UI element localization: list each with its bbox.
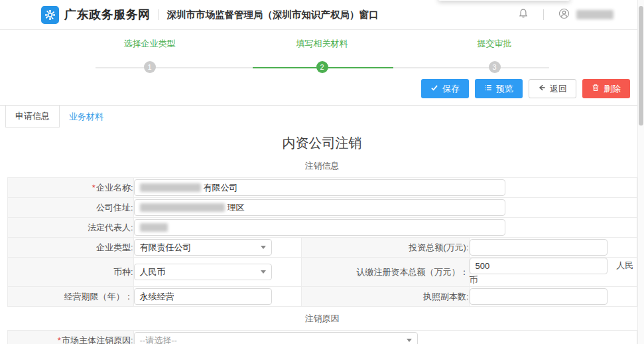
back-arrow-icon — [538, 84, 546, 94]
company-address-input[interactable]: 理区 — [134, 199, 505, 216]
select-caret-icon — [407, 339, 412, 342]
step-fill-materials: 填写相关材料 2 — [263, 38, 382, 72]
field-label: 认缴注册资本总额（万元）： — [301, 258, 469, 287]
user-avatar-icon[interactable] — [558, 8, 570, 22]
step-number-badge: 1 — [144, 61, 156, 73]
save-button[interactable]: 保存 — [421, 79, 469, 98]
business-term-input[interactable]: 永续经营 — [134, 288, 272, 305]
top-shadow — [438, 0, 570, 1]
field-label: 执照副本数: — [301, 287, 469, 307]
section-title-cancellation-reason: 注销原因 — [0, 313, 644, 325]
page-title: 内资公司注销 — [0, 134, 644, 152]
step-label: 填写相关材料 — [263, 38, 382, 50]
tab-bar: 申请信息 业务材料 — [0, 105, 644, 128]
check-icon — [430, 84, 438, 94]
gdzwfw-logo-icon — [41, 6, 59, 24]
registered-capital-input[interactable]: 500 — [470, 258, 608, 274]
field-label: 公司住址: — [7, 198, 133, 218]
step-submit-approval: 提交审批 3 — [435, 38, 554, 72]
cancellation-info-table: *企业名称: 有限公司 公司住址: 理区 法定代表人: 企业类型: 有限责任公司… — [7, 177, 637, 307]
company-name-input[interactable]: 有限公司 — [134, 179, 505, 196]
list-icon — [484, 84, 492, 94]
legal-representative-input[interactable] — [134, 219, 505, 236]
header-divider-2 — [543, 9, 544, 20]
back-button[interactable]: 返回 — [529, 79, 576, 98]
redacted-value — [140, 183, 201, 192]
step-number-badge: 2 — [316, 61, 328, 73]
field-label: 投资总额(万元): — [301, 238, 469, 258]
redacted-value — [140, 203, 225, 212]
field-label: 法定代表人: — [7, 218, 133, 238]
table-row: 经营期限（年）： 永续经营 执照副本数: — [7, 287, 637, 307]
preview-button-label: 预览 — [496, 83, 513, 95]
required-asterisk: * — [58, 335, 61, 344]
required-asterisk: * — [92, 183, 96, 193]
table-row: 法定代表人: — [7, 218, 637, 238]
delete-button-label: 删除 — [604, 83, 621, 95]
bell-icon[interactable] — [518, 8, 529, 21]
tab-business-materials[interactable]: 业务材料 — [60, 106, 113, 128]
table-row: 币种: 人民币 认缴注册资本总额（万元）： 500 人民币 — [7, 258, 637, 287]
window-title: 深圳市市场监督管理局（深圳市知识产权局）窗口 — [167, 9, 379, 21]
back-button-label: 返回 — [550, 83, 567, 95]
scrollbar-thumb[interactable] — [639, 6, 643, 126]
field-label: *企业名称: — [7, 178, 133, 198]
redacted-username[interactable] — [576, 10, 613, 19]
header: 广东政务服务网 深圳市市场监督管理局（深圳市知识产权局）窗口 — [0, 0, 644, 30]
step-select-company-type: 选择企业类型 1 — [90, 38, 210, 72]
cancellation-reason-table: *市场主体注销原因: --请选择-- *债权债务及其他清理情况: ✓ 对外投资清… — [7, 330, 637, 344]
cancel-reason-select[interactable]: --请选择-- — [134, 332, 418, 344]
tab-application-info[interactable]: 申请信息 — [5, 106, 60, 128]
page: 广东政务服务网 深圳市市场监督管理局（深圳市知识产权局）窗口 — [0, 0, 644, 344]
trash-icon — [592, 84, 600, 94]
field-label: *市场主体注销原因: — [7, 331, 133, 344]
field-label: 经营期限（年）： — [7, 287, 133, 307]
header-divider — [159, 9, 159, 20]
table-row: 企业类型: 有限责任公司 投资总额(万元): — [7, 238, 637, 258]
stepper: 选择企业类型 1 填写相关材料 2 提交审批 3 — [90, 38, 554, 76]
toolbar: 保存 预览 返回 — [0, 76, 644, 105]
table-row: *市场主体注销原因: --请选择-- — [7, 331, 637, 344]
step-number-badge: 3 — [489, 61, 501, 73]
table-row: *企业名称: 有限公司 — [7, 178, 637, 198]
preview-button[interactable]: 预览 — [475, 79, 523, 98]
field-label: 币种: — [7, 258, 133, 287]
select-caret-icon — [261, 270, 266, 274]
save-button-label: 保存 — [442, 83, 460, 95]
step-label: 提交审批 — [435, 38, 554, 50]
table-row: 公司住址: 理区 — [7, 198, 637, 218]
brand-title: 广东政务服务网 — [64, 7, 151, 23]
step-label: 选择企业类型 — [90, 38, 210, 50]
company-type-select[interactable]: 有限责任公司 — [134, 239, 272, 256]
delete-button[interactable]: 删除 — [582, 79, 630, 98]
scrollbar-track — [637, 0, 644, 344]
total-investment-input[interactable] — [470, 239, 608, 256]
section-title-cancellation-info: 注销信息 — [0, 160, 644, 172]
currency-select[interactable]: 人民币 — [134, 264, 272, 280]
field-label: 企业类型: — [7, 238, 133, 258]
redacted-value — [140, 223, 168, 232]
select-caret-icon — [261, 246, 266, 249]
license-copies-input[interactable] — [470, 288, 608, 305]
